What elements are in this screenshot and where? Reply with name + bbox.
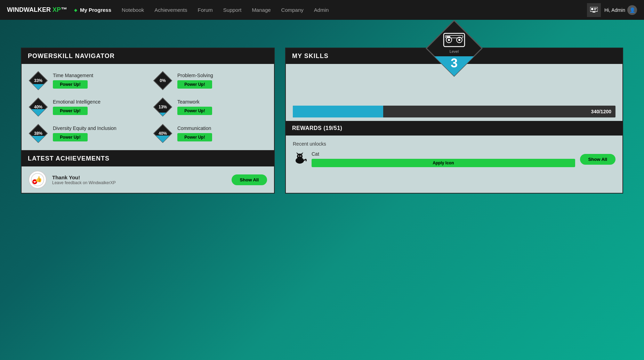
latest-achievements-section: LATEST ACHIEVEMENTS ❤ 👍 Thank You! Leave… [21,151,275,194]
svg-rect-5 [593,11,595,12]
cat-icon [293,151,307,165]
svg-text:13%: 13% [159,105,167,109]
rewards-body: Recent unlocks [286,136,622,173]
power-up-btn-teamwork[interactable]: Power Up! [177,107,212,115]
rewards-show-all-button[interactable]: Show All [580,154,615,165]
navbar: WINDWALKER XP™ ◆ My Progress Notebook Ac… [0,0,644,20]
svg-rect-26 [153,136,172,143]
main-content: POWERSKILL NAVIGATOR 33% [0,20,644,207]
skill-name-diversity: Diversity Equity and Inclusion [53,125,116,131]
skill-diamond-problem-solving: 0% [153,71,172,90]
left-panel: POWERSKILL NAVIGATOR 33% [21,48,275,194]
powerskill-navigator-section: POWERSKILL NAVIGATOR 33% [21,48,275,151]
nav-item-notebook[interactable]: Notebook [122,7,144,13]
svg-rect-8 [29,84,48,90]
nav-active-item: My Progress [80,7,111,13]
logo-highlight: XP [53,6,61,13]
level-diamond-container: Level 3 [425,19,484,79]
reward-icon-cat [293,151,307,167]
svg-point-49 [300,156,301,157]
power-up-btn-time-management[interactable]: Power Up! [53,80,88,89]
achievement-icon-thumbsup: ❤ 👍 [29,171,47,189]
svg-text:👍: 👍 [35,176,42,182]
skill-name-time-management: Time Management [53,73,93,78]
skill-diamond-emotional-intelligence: 40% [29,97,48,117]
skill-item-emotional-intelligence: 40% Emotional Intelligence Power Up! [29,97,143,117]
skill-name-emotional-intelligence: Emotional Intelligence [53,99,100,105]
nav-item-forum[interactable]: Forum [198,7,212,13]
svg-rect-22 [29,136,48,143]
power-up-btn-problem-solving[interactable]: Power Up! [177,80,212,89]
latest-achievements-title: LATEST ACHIEVEMENTS [28,155,110,162]
rewards-title: REWARDS (19/51) [292,125,342,131]
skill-diamond-diversity: 38% [29,124,48,143]
latest-achievements-header: LATEST ACHIEVEMENTS [22,151,274,166]
skill-item-time-management: 33% Time Management Power Up! [29,71,143,90]
skill-info-time-management: Time Management Power Up! [53,73,93,89]
skill-diamond-communication: 40% [153,124,172,143]
apply-icon-button[interactable]: Apply Icon [312,159,575,167]
svg-rect-2 [594,8,597,9]
nav-item-achievements[interactable]: Achievements [154,7,187,13]
nav-item-manage[interactable]: Manage [252,7,271,13]
level-diamond-svg: Level 3 [425,19,484,78]
active-nav-diamond-icon: ◆ [74,8,77,13]
nav-item-company[interactable]: Company [281,7,304,13]
svg-text:0%: 0% [160,78,166,83]
skill-info-problem-solving: Problem-Solving Power Up! [177,73,213,89]
skill-diamond-teamwork: 13% [153,97,172,117]
skill-name-teamwork: Teamwork [177,99,212,105]
power-up-btn-diversity[interactable]: Power Up! [53,133,88,141]
svg-rect-41 [446,36,450,37]
xp-bar-text: 340/1200 [591,109,611,114]
skill-item-teamwork: 13% Teamwork Power Up! [153,97,267,117]
my-skills-panel: MY SKILLS [285,48,623,194]
right-panel: MY SKILLS [285,48,623,194]
skill-item-diversity: 38% Diversity Equity and Inclusion Power… [29,124,143,143]
svg-rect-14 [29,109,48,117]
svg-text:3: 3 [451,56,458,70]
achievements-show-all-button[interactable]: Show All [232,174,267,185]
xp-bar-background: 340/1200 [293,106,615,117]
svg-point-45 [297,154,303,159]
xp-bar-fill [293,106,383,117]
powerskill-navigator-header: POWERSKILL NAVIGATOR [22,48,274,64]
skill-item-communication: 40% Communication Power Up! [153,124,267,143]
svg-rect-3 [594,9,596,10]
svg-text:40%: 40% [159,131,167,136]
power-up-btn-communication[interactable]: Power Up! [177,133,212,141]
recent-unlocks-label: Recent unlocks [293,141,615,147]
svg-text:40%: 40% [34,105,42,109]
skill-item-problem-solving: 0% Problem-Solving Power Up! [153,71,267,90]
svg-point-37 [448,39,450,41]
nav-user-avatar: 👤 [627,5,637,15]
my-skills-title: MY SKILLS [292,52,329,60]
achievement-item: ❤ 👍 Thank You! Leave feedback on Windwal… [22,166,274,193]
skill-name-problem-solving: Problem-Solving [177,73,213,78]
skill-diamond-time-management: 33% [29,71,48,90]
achievement-text: Thank You! Leave feedback on WindwalkerX… [52,174,226,185]
powerskill-navigator-title: POWERSKILL NAVIGATOR [28,52,115,59]
achievement-subtitle: Leave feedback on WindwalkerXP [52,180,226,185]
reward-item-cat: Cat Apply Icon Show All [293,151,615,167]
skill-grid: 33% Time Management Power Up! 0% [22,64,274,150]
nav-item-admin[interactable]: Admin [314,7,329,13]
svg-text:33%: 33% [34,78,42,83]
svg-point-39 [458,39,460,41]
nav-item-support[interactable]: Support [223,7,242,13]
power-up-btn-emotional-intelligence[interactable]: Power Up! [53,107,88,115]
rewards-header: REWARDS (19/51) [286,121,622,136]
reward-name-cat: Cat [312,151,575,157]
nav-device-icon-button[interactable] [587,3,601,17]
svg-point-48 [298,156,299,157]
svg-marker-47 [301,152,303,154]
skill-info-emotional-intelligence: Emotional Intelligence Power Up! [53,99,100,115]
svg-rect-1 [591,8,593,10]
reward-info-cat: Cat Apply Icon [312,151,575,167]
svg-text:Level: Level [450,49,459,54]
skill-name-communication: Communication [177,125,212,131]
nav-user: Hi, Admin 👤 [604,5,637,15]
nav-user-greeting: Hi, Admin [604,7,625,13]
achievement-title: Thank You! [52,174,226,180]
skill-info-communication: Communication Power Up! [177,125,212,141]
